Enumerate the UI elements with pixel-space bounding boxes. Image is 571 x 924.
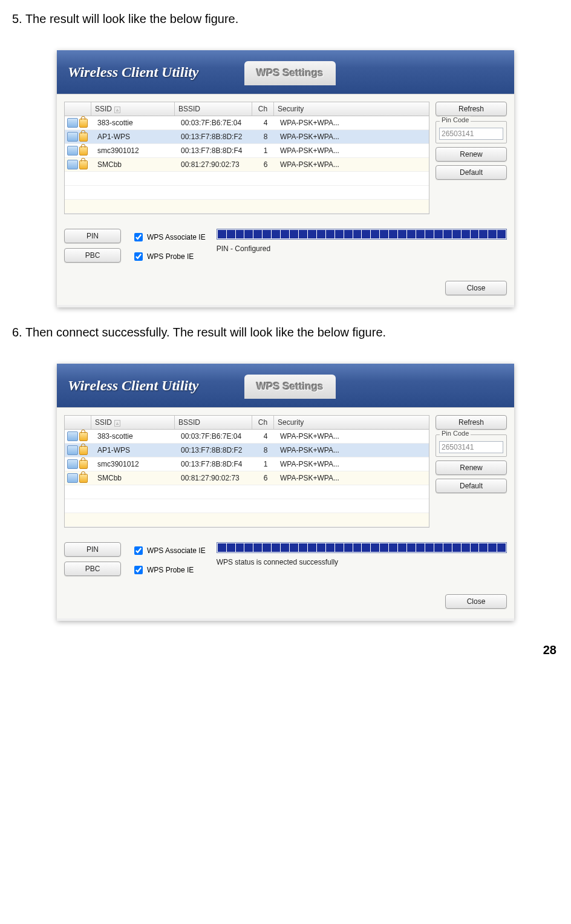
tab-wps-settings[interactable]: WPS Settings: [244, 375, 336, 399]
close-button[interactable]: Close: [445, 281, 507, 295]
table-row[interactable]: smc390101200:13:F7:8B:8D:F41WPA-PSK+WPA.…: [65, 144, 429, 158]
renew-button[interactable]: Renew: [436, 147, 507, 162]
pin-button[interactable]: PIN: [64, 229, 121, 243]
lock-icon: [79, 460, 88, 469]
col-bssid[interactable]: BSSID: [175, 102, 252, 116]
status-text: PIN - Configured: [217, 244, 507, 253]
pin-code-legend: Pin Code: [440, 116, 471, 123]
network-icon: [67, 160, 78, 169]
table-row-empty: [65, 513, 429, 527]
title-bar: Wireless Client Utility WPS Settings: [57, 364, 514, 407]
sort-icon: ▵: [114, 106, 120, 113]
network-icon: [67, 118, 78, 128]
table-body-1: 383-scottie00:03:7F:B6:7E:044WPA-PSK+WPA…: [65, 116, 429, 214]
app-title: Wireless Client Utility: [57, 378, 198, 394]
pbc-button[interactable]: PBC: [64, 248, 121, 263]
col-bssid[interactable]: BSSID: [175, 416, 252, 429]
pin-code-group: Pin Code: [436, 434, 507, 457]
network-icon: [67, 146, 78, 156]
status-text: WPS status is connected successfully: [217, 558, 507, 566]
table-row-empty: [65, 186, 429, 200]
wps-probe-ie-checkbox[interactable]: WPS Probe IE: [132, 251, 206, 263]
close-button[interactable]: Close: [445, 594, 507, 609]
table-row[interactable]: SMCbb00:81:27:90:02:736WPA-PSK+WPA...: [65, 471, 429, 485]
pin-code-legend: Pin Code: [440, 430, 471, 437]
table-row[interactable]: AP1-WPS00:13:F7:8B:8D:F28WPA-PSK+WPA...: [65, 130, 429, 144]
default-button[interactable]: Default: [436, 165, 507, 180]
lock-icon: [79, 446, 88, 455]
figure-wps-configured: Wireless Client Utility WPS Settings SSI…: [57, 50, 514, 307]
network-table[interactable]: SSID▵ BSSID Ch Security 383-scottie00:03…: [64, 102, 429, 214]
refresh-button[interactable]: Refresh: [436, 415, 507, 430]
col-security[interactable]: Security: [274, 102, 429, 116]
network-icon: [67, 459, 78, 469]
progress-bar: [217, 229, 507, 240]
renew-button[interactable]: Renew: [436, 460, 507, 475]
network-table[interactable]: SSID▵ BSSID Ch Security 383-scottie00:03…: [64, 415, 429, 528]
table-row[interactable]: 383-scottie00:03:7F:B6:7E:044WPA-PSK+WPA…: [65, 430, 429, 444]
doc-step-5: 5. The result will look like the below f…: [12, 12, 559, 26]
lock-icon: [79, 133, 88, 142]
doc-step-6: 6. Then connect successfully. The result…: [12, 326, 559, 339]
col-ch[interactable]: Ch: [252, 416, 274, 429]
pin-button[interactable]: PIN: [64, 542, 121, 557]
page-number: 28: [543, 643, 556, 657]
network-icon: [67, 445, 78, 455]
table-row-empty: [65, 200, 429, 214]
wps-probe-ie-checkbox[interactable]: WPS Probe IE: [132, 564, 206, 576]
wps-associate-ie-checkbox[interactable]: WPS Associate IE: [132, 545, 206, 557]
col-security[interactable]: Security: [274, 416, 429, 429]
title-bar: Wireless Client Utility WPS Settings: [57, 50, 514, 94]
table-row-empty: [65, 172, 429, 186]
table-row[interactable]: smc390101200:13:F7:8B:8D:F41WPA-PSK+WPA.…: [65, 457, 429, 471]
pin-code-input[interactable]: [439, 441, 503, 453]
pbc-button[interactable]: PBC: [64, 562, 121, 576]
pin-code-input[interactable]: [439, 128, 503, 140]
table-row-empty: [65, 485, 429, 499]
sort-icon: ▵: [114, 420, 120, 427]
table-body-2: 383-scottie00:03:7F:B6:7E:044WPA-PSK+WPA…: [65, 430, 429, 527]
lock-icon: [79, 146, 88, 156]
default-button[interactable]: Default: [436, 479, 507, 493]
lock-icon: [79, 432, 88, 441]
network-icon: [67, 473, 78, 483]
lock-icon: [79, 119, 88, 128]
pin-code-group: Pin Code: [436, 121, 507, 143]
lock-icon: [79, 160, 88, 169]
app-title: Wireless Client Utility: [57, 64, 198, 80]
tab-wps-settings[interactable]: WPS Settings: [244, 61, 336, 85]
network-icon: [67, 132, 78, 142]
figure-wps-connected: Wireless Client Utility WPS Settings SSI…: [57, 364, 514, 621]
table-row[interactable]: SMCbb00:81:27:90:02:736WPA-PSK+WPA...: [65, 158, 429, 172]
network-icon: [67, 431, 78, 441]
refresh-button[interactable]: Refresh: [436, 102, 507, 116]
table-row[interactable]: 383-scottie00:03:7F:B6:7E:044WPA-PSK+WPA…: [65, 116, 429, 130]
lock-icon: [79, 474, 88, 483]
col-ssid[interactable]: SSID▵: [91, 416, 175, 429]
col-ch[interactable]: Ch: [252, 102, 274, 116]
table-row-empty: [65, 499, 429, 513]
wps-associate-ie-checkbox[interactable]: WPS Associate IE: [132, 231, 206, 243]
table-row[interactable]: AP1-WPS00:13:F7:8B:8D:F28WPA-PSK+WPA...: [65, 444, 429, 457]
progress-bar: [217, 542, 507, 553]
col-ssid[interactable]: SSID▵: [91, 102, 175, 116]
